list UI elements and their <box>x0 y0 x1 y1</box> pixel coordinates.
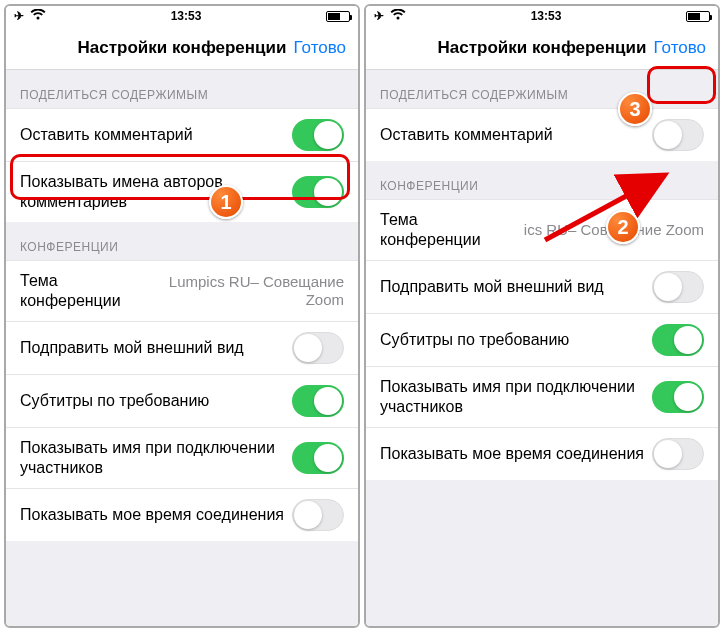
row-label: Подправить мой внешний вид <box>380 277 652 297</box>
row-label: Субтитры по требованию <box>380 330 652 350</box>
row-label: Оставить комментарий <box>380 125 652 145</box>
step-badge-1: 1 <box>209 185 243 219</box>
battery-icon <box>686 11 710 22</box>
step-badge-3: 3 <box>618 92 652 126</box>
row-label: Подправить мой внешний вид <box>20 338 292 358</box>
row-label: Субтитры по требованию <box>20 391 292 411</box>
row-beauty[interactable]: Подправить мой внешний вид <box>6 321 358 374</box>
section-share-header: ПОДЕЛИТЬСЯ СОДЕРЖИМЫМ <box>6 70 358 108</box>
toggle-subtitles[interactable] <box>292 385 344 417</box>
toggle-beauty[interactable] <box>652 271 704 303</box>
toggle-subtitles[interactable] <box>652 324 704 356</box>
statusbar: ✈ 13:53 <box>366 6 718 26</box>
toggle-name-join[interactable] <box>652 381 704 413</box>
row-label: Показывать имена авторов комментариев <box>20 172 292 212</box>
step-badge-2: 2 <box>606 210 640 244</box>
airplane-icon: ✈ <box>374 9 384 23</box>
phone-left: ✈ 13:53 Настройки конференции Готово ПОД… <box>4 4 360 628</box>
section-conf-header: КОНФЕРЕНЦИИ <box>6 222 358 260</box>
settings-list: ПОДЕЛИТЬСЯ СОДЕРЖИМЫМ Оставить комментар… <box>366 70 718 626</box>
toggle-name-join[interactable] <box>292 442 344 474</box>
wifi-icon <box>390 9 406 24</box>
battery-icon <box>326 11 350 22</box>
row-name-join[interactable]: Показывать имя при подключении участнико… <box>6 427 358 488</box>
settings-list: ПОДЕЛИТЬСЯ СОДЕРЖИМЫМ Оставить комментар… <box>6 70 358 626</box>
section-conf-header: КОНФЕРЕНЦИИ <box>366 161 718 199</box>
status-time: 13:53 <box>171 9 202 23</box>
done-button[interactable]: Готово <box>646 26 715 70</box>
status-time: 13:53 <box>531 9 562 23</box>
row-label: Тема конференции <box>20 271 129 311</box>
row-subtitles[interactable]: Субтитры по требованию <box>6 374 358 427</box>
row-show-author[interactable]: Показывать имена авторов комментариев <box>6 161 358 222</box>
navbar: Настройки конференции Готово <box>366 26 718 70</box>
row-label: Показывать имя при подключении участнико… <box>20 438 292 478</box>
row-value: Lumpics RU– Совещание Zoom <box>129 273 344 309</box>
row-my-time[interactable]: Показывать мое время соединения <box>366 427 718 480</box>
row-leave-comment[interactable]: Оставить комментарий <box>6 108 358 161</box>
row-conf-topic[interactable]: Тема конференции ics RU– Совещание Zoom <box>366 199 718 260</box>
row-conf-topic[interactable]: Тема конференции Lumpics RU– Совещание Z… <box>6 260 358 321</box>
row-label: Показывать мое время соединения <box>20 505 292 525</box>
row-my-time[interactable]: Показывать мое время соединения <box>6 488 358 541</box>
phone-right: ✈ 13:53 Настройки конференции Готово ПОД… <box>364 4 720 628</box>
section-share-header: ПОДЕЛИТЬСЯ СОДЕРЖИМЫМ <box>366 70 718 108</box>
toggle-leave-comment[interactable] <box>652 119 704 151</box>
toggle-my-time[interactable] <box>652 438 704 470</box>
wifi-icon <box>30 9 46 24</box>
row-label: Показывать мое время соединения <box>380 444 652 464</box>
page-title: Настройки конференции <box>438 38 647 58</box>
toggle-beauty[interactable] <box>292 332 344 364</box>
row-leave-comment[interactable]: Оставить комментарий <box>366 108 718 161</box>
row-subtitles[interactable]: Субтитры по требованию <box>366 313 718 366</box>
toggle-leave-comment[interactable] <box>292 119 344 151</box>
row-beauty[interactable]: Подправить мой внешний вид <box>366 260 718 313</box>
row-label: Показывать имя при подключении участнико… <box>380 377 652 417</box>
done-button[interactable]: Готово <box>286 26 355 70</box>
row-name-join[interactable]: Показывать имя при подключении участнико… <box>366 366 718 427</box>
statusbar: ✈ 13:53 <box>6 6 358 26</box>
airplane-icon: ✈ <box>14 9 24 23</box>
row-label: Тема конференции <box>380 210 524 250</box>
toggle-show-author[interactable] <box>292 176 344 208</box>
page-title: Настройки конференции <box>78 38 287 58</box>
toggle-my-time[interactable] <box>292 499 344 531</box>
row-label: Оставить комментарий <box>20 125 292 145</box>
navbar: Настройки конференции Готово <box>6 26 358 70</box>
